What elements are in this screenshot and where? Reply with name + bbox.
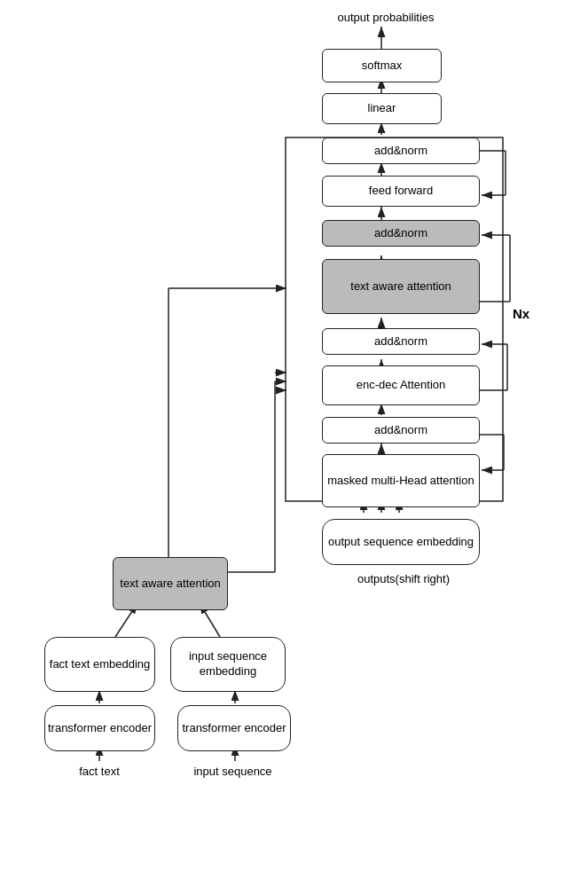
softmax-box: softmax	[322, 49, 442, 82]
masked-mha-box: masked multi-Head attention	[322, 454, 480, 507]
feed-forward-box: feed forward	[322, 176, 480, 207]
add-norm-mid2-box: add&norm	[322, 220, 480, 247]
linear-box: linear	[322, 93, 442, 124]
transformer-enc-left-box: transformer encoder	[44, 705, 155, 751]
outputs-shift-label: outputs(shift right)	[315, 572, 492, 585]
enc-dec-attn-box: enc-dec Attention	[322, 365, 480, 405]
input-sequence-label: input sequence	[182, 765, 284, 778]
text-aware-attn-top-box: text aware attention	[322, 259, 480, 314]
arrows-svg	[0, 0, 588, 887]
add-norm-mid1-box: add&norm	[322, 328, 480, 355]
transformer-enc-right-box: transformer encoder	[177, 705, 291, 751]
input-seq-emb-box: input sequence embedding	[170, 637, 286, 692]
add-norm-bot-box: add&norm	[322, 417, 480, 444]
diagram: output probabilities softmax linear add&…	[0, 0, 588, 887]
nx-label: Nx	[513, 306, 529, 321]
output-seq-emb-box: output sequence embedding	[322, 519, 480, 565]
add-norm-top-box: add&norm	[322, 137, 480, 164]
fact-text-emb-box: fact text embedding	[44, 637, 155, 692]
text-aware-attn-left-box: text aware attention	[113, 557, 228, 610]
output-probabilities-label: output probabilities	[315, 11, 457, 24]
fact-text-label: fact text	[64, 765, 135, 778]
